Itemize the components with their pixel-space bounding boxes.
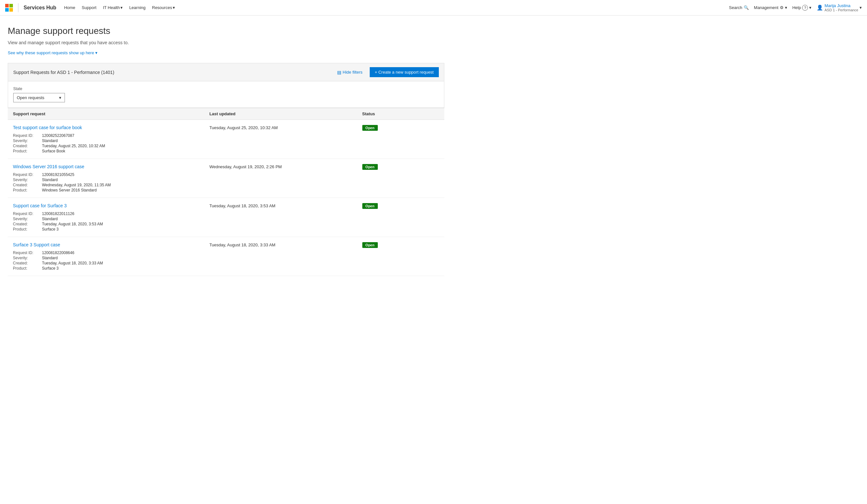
request-id-label: Request ID: xyxy=(13,212,42,216)
header-request: Support request xyxy=(8,108,204,120)
state-filter-select[interactable]: Open requests ▾ xyxy=(13,93,65,103)
product-label: Product: xyxy=(13,227,42,232)
help-button[interactable]: Help ? ▾ xyxy=(792,5,812,11)
filter-actions: ▤ Hide filters + Create a new support re… xyxy=(334,67,439,77)
hide-filters-button[interactable]: ▤ Hide filters xyxy=(334,68,365,77)
search-button[interactable]: Search 🔍 xyxy=(729,5,749,10)
severity-label: Severity: xyxy=(13,178,42,182)
svg-rect-2 xyxy=(5,8,9,12)
status-badge: Open xyxy=(362,203,378,209)
request-cell: Windows Server 2016 support case Request… xyxy=(8,159,204,198)
nav-link-resources[interactable]: Resources ▾ xyxy=(150,4,178,11)
state-filter-label: State xyxy=(13,87,439,91)
request-title-link[interactable]: Windows Server 2016 support case xyxy=(13,164,199,169)
created-value: Tuesday, August 18, 2020, 3:53 AM xyxy=(42,222,199,226)
filter-bar-title: Support Requests for ASD 1 - Performance… xyxy=(13,70,114,75)
created-value: Wednesday, August 19, 2020, 11:35 AM xyxy=(42,183,199,187)
created-label: Created: xyxy=(13,183,42,187)
created-label: Created: xyxy=(13,222,42,226)
request-cell: Support case for Surface 3 Request ID: 1… xyxy=(8,198,204,237)
user-chevron-icon: ▾ xyxy=(859,5,862,10)
request-title-link[interactable]: Surface 3 Support case xyxy=(13,242,199,247)
ithealth-chevron-icon: ▾ xyxy=(120,5,123,10)
nav-link-support[interactable]: Support xyxy=(79,4,99,11)
severity-value: Standard xyxy=(42,139,199,143)
why-link[interactable]: See why these support requests show up h… xyxy=(8,50,444,55)
why-chevron-icon: ▾ xyxy=(95,50,97,55)
status-cell: Open xyxy=(357,159,444,198)
request-meta: Request ID: 120081921055425 Severity: St… xyxy=(13,172,199,192)
request-meta: Request ID: 120081822008646 Severity: St… xyxy=(13,250,199,270)
state-filter-chevron-icon: ▾ xyxy=(59,95,61,100)
services-hub-title: Services Hub xyxy=(24,5,56,11)
created-value: Tuesday, August 18, 2020, 3:33 AM xyxy=(42,261,199,265)
nav-link-ithealth[interactable]: IT Health ▾ xyxy=(100,4,126,11)
updated-cell: Tuesday, August 25, 2020, 10:32 AM xyxy=(204,120,357,159)
filters-panel: State Open requests ▾ xyxy=(8,82,444,108)
status-cell: Open xyxy=(357,120,444,159)
request-id-label: Request ID: xyxy=(13,250,42,255)
table-row: Surface 3 Support case Request ID: 12008… xyxy=(8,237,444,276)
table-row: Test support case for surface book Reque… xyxy=(8,120,444,159)
create-support-request-button[interactable]: + Create a new support request xyxy=(370,67,439,77)
severity-value: Standard xyxy=(42,178,199,182)
table-row: Windows Server 2016 support case Request… xyxy=(8,159,444,198)
created-label: Created: xyxy=(13,261,42,265)
product-value: Surface 3 xyxy=(42,266,199,270)
last-updated-value: Tuesday, August 25, 2020, 10:32 AM xyxy=(209,125,278,130)
management-button[interactable]: Management ⚙ ▾ xyxy=(754,5,787,10)
request-id-value: 120081822008646 xyxy=(42,250,199,255)
request-id-label: Request ID: xyxy=(13,133,42,138)
table-header-row: Support request Last updated Status xyxy=(8,108,444,120)
management-chevron-icon: ▾ xyxy=(785,5,787,10)
search-icon: 🔍 xyxy=(743,5,749,10)
request-id-value: 120081822011126 xyxy=(42,212,199,216)
severity-value: Standard xyxy=(42,256,199,260)
severity-label: Severity: xyxy=(13,256,42,260)
nav-link-home[interactable]: Home xyxy=(61,4,78,11)
gear-icon: ⚙ xyxy=(780,5,784,10)
product-value: Windows Server 2016 Standard xyxy=(42,188,199,192)
top-navigation: Services Hub Home Support IT Health ▾ Le… xyxy=(0,0,867,15)
state-filter-value: Open requests xyxy=(17,95,44,100)
status-badge: Open xyxy=(362,164,378,170)
user-subtitle: ASD 1 - Performance xyxy=(824,8,858,12)
user-name: Marija Justina xyxy=(824,3,858,8)
table-row: Support case for Surface 3 Request ID: 1… xyxy=(8,198,444,237)
help-label: Help xyxy=(792,5,801,10)
status-badge: Open xyxy=(362,242,378,248)
last-updated-value: Tuesday, August 18, 2020, 3:53 AM xyxy=(209,203,276,208)
resources-chevron-icon: ▾ xyxy=(173,5,175,10)
severity-label: Severity: xyxy=(13,139,42,143)
created-value: Tuesday, August 25, 2020, 10:32 AM xyxy=(42,144,199,148)
request-title-link[interactable]: Support case for Surface 3 xyxy=(13,203,199,208)
help-icon: ? xyxy=(802,5,808,11)
product-value: Surface Book xyxy=(42,149,199,153)
header-updated: Last updated xyxy=(204,108,357,120)
last-updated-value: Wednesday, August 19, 2020, 2:26 PM xyxy=(209,164,281,169)
support-requests-table: Support request Last updated Status Test… xyxy=(8,108,444,276)
help-chevron-icon: ▾ xyxy=(809,5,812,10)
user-icon: 👤 xyxy=(817,4,823,11)
microsoft-logo xyxy=(5,4,13,12)
nav-links: Home Support IT Health ▾ Learning Resour… xyxy=(61,4,178,11)
request-id-label: Request ID: xyxy=(13,172,42,177)
status-cell: Open xyxy=(357,198,444,237)
filter-bar: Support Requests for ASD 1 - Performance… xyxy=(8,63,444,82)
product-label: Product: xyxy=(13,149,42,153)
header-status: Status xyxy=(357,108,444,120)
page-title: Manage support requests xyxy=(8,26,444,36)
request-id-value: 120081921055425 xyxy=(42,172,199,177)
updated-cell: Tuesday, August 18, 2020, 3:33 AM xyxy=(204,237,357,276)
user-menu[interactable]: 👤 Marija Justina ASD 1 - Performance ▾ xyxy=(817,3,862,12)
nav-link-learning[interactable]: Learning xyxy=(127,4,148,11)
svg-rect-3 xyxy=(9,8,13,12)
product-label: Product: xyxy=(13,266,42,270)
request-meta: Request ID: 120082522067087 Severity: St… xyxy=(13,133,199,153)
product-value: Surface 3 xyxy=(42,227,199,232)
updated-cell: Tuesday, August 18, 2020, 3:53 AM xyxy=(204,198,357,237)
request-title-link[interactable]: Test support case for surface book xyxy=(13,125,199,130)
status-cell: Open xyxy=(357,237,444,276)
status-badge: Open xyxy=(362,125,378,131)
logo-area xyxy=(5,4,13,12)
